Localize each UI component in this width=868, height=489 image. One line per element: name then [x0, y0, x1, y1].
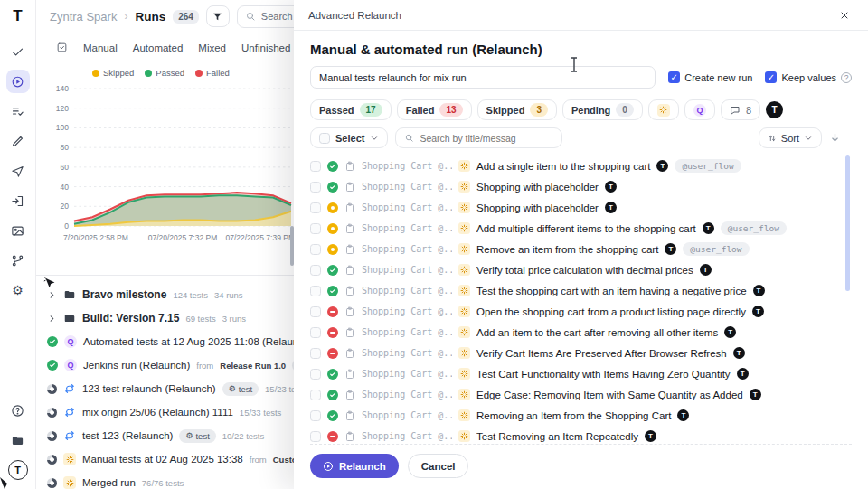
app-root: T ⚙ T Zyntra Spark › Runs 264 ManualAuto…: [0, 0, 868, 489]
breadcrumb-project[interactable]: Zyntra Spark: [50, 10, 117, 24]
test-checkbox[interactable]: [310, 265, 321, 276]
test-checkbox[interactable]: [310, 410, 321, 421]
test-checkbox[interactable]: [310, 244, 321, 255]
test-checkbox[interactable]: [310, 369, 321, 380]
help-icon[interactable]: [6, 399, 30, 422]
test-case-icon: [344, 327, 355, 338]
mixed-run-icon: [63, 382, 76, 395]
test-row[interactable]: Shopping Cart @... Shopping with placeho…: [310, 197, 852, 218]
test-row[interactable]: Shopping Cart @... Test Cart Functionali…: [310, 363, 852, 384]
filter-chip-failed[interactable]: Failed 13: [397, 99, 472, 120]
run-checklist-icon: [56, 42, 68, 53]
test-checkbox[interactable]: [310, 202, 321, 213]
tab-automated[interactable]: Automated: [133, 42, 184, 53]
status-skipped-icon: [327, 202, 338, 213]
test-row[interactable]: Shopping Cart @... Add multiple differen…: [310, 218, 852, 239]
test-title: Test Cart Functionality with Items Havin…: [476, 369, 731, 380]
test-checkbox[interactable]: [310, 306, 321, 317]
modal-scrollbar-thumb[interactable]: [845, 155, 850, 291]
test-row[interactable]: Shopping Cart @... Removing an Item from…: [310, 405, 852, 426]
chevron-right-icon[interactable]: [47, 290, 57, 300]
tab-mixed[interactable]: Mixed: [198, 42, 226, 53]
user-avatar[interactable]: T: [6, 458, 30, 482]
filter-chip-manual[interactable]: [648, 99, 679, 120]
test-case-path: Shopping Cart @...: [362, 306, 452, 316]
test-row[interactable]: Shopping Cart @... Edge Case: Removing I…: [310, 384, 852, 405]
runs-icon[interactable]: [6, 70, 30, 93]
manual-run-icon: [458, 347, 470, 359]
test-row[interactable]: Shopping Cart @... Add a single item to …: [310, 155, 852, 176]
test-case-path: Shopping Cart @...: [362, 369, 452, 379]
test-row[interactable]: Shopping Cart @... Open the shopping car…: [310, 301, 852, 322]
sort-direction-icon[interactable]: [829, 132, 841, 144]
test-checkbox[interactable]: [310, 348, 321, 359]
projects-icon[interactable]: [6, 428, 30, 452]
test-case-path: Shopping Cart @...: [362, 161, 452, 171]
help-icon[interactable]: ?: [841, 72, 852, 83]
settings-icon[interactable]: ⚙: [6, 278, 30, 302]
pen-icon[interactable]: [6, 129, 30, 153]
modal-heading: Manual & automated run (Relaunch): [310, 42, 852, 57]
run-title: mix origin 25/06 (Relaunch) 1111: [82, 407, 233, 418]
test-row[interactable]: Shopping Cart @... Verify total price ca…: [310, 259, 852, 280]
tab-unfinished[interactable]: Unfinished: [241, 42, 290, 53]
reports-icon[interactable]: [6, 219, 30, 242]
tests-search-input[interactable]: [420, 133, 546, 144]
relaunch-button[interactable]: Relaunch: [310, 454, 399, 478]
assignee-avatar: T: [656, 160, 668, 172]
tab-manual[interactable]: Manual: [83, 42, 118, 53]
test-row[interactable]: Shopping Cart @... Remove an item from t…: [310, 239, 852, 259]
assignee-avatar[interactable]: T: [766, 101, 783, 118]
test-checkbox[interactable]: [310, 286, 321, 296]
send-icon[interactable]: [6, 159, 30, 183]
filter-chip-passed[interactable]: Passed 17: [310, 99, 392, 120]
manual-run-icon: [458, 202, 470, 213]
test-row[interactable]: Shopping Cart @... Verify Cart Items Are…: [310, 343, 852, 363]
test-case-path: Shopping Cart @...: [362, 244, 452, 254]
test-case-path: Shopping Cart @...: [362, 265, 452, 275]
test-row[interactable]: Shopping Cart @... Test Removing an Item…: [310, 426, 852, 444]
test-case-icon: [344, 390, 355, 400]
sort-label: Sort: [781, 133, 799, 144]
test-cases-icon[interactable]: [6, 99, 30, 123]
import-icon[interactable]: [6, 189, 30, 212]
filter-button[interactable]: [206, 5, 230, 27]
checked-checkbox-icon[interactable]: ✓: [668, 71, 680, 83]
close-icon[interactable]: [839, 10, 850, 21]
test-checkbox[interactable]: [310, 223, 321, 234]
filter-count-badge: 17: [360, 103, 382, 117]
test-case-path: Shopping Cart @...: [362, 410, 452, 420]
checkbox-create-new-run[interactable]: ✓ Create new run: [668, 71, 752, 83]
test-row[interactable]: Shopping Cart @... Test the shopping car…: [310, 280, 852, 301]
test-case-path: Shopping Cart @...: [362, 327, 452, 337]
chevron-down-icon: [370, 134, 379, 143]
chevron-right-icon[interactable]: [47, 314, 57, 324]
run-title: Automated tests at 12 Aug 2025 11:08 (Re…: [83, 336, 313, 347]
run-name-input[interactable]: [310, 66, 656, 89]
checkbox-keep-values[interactable]: ✓ Keep values ?: [765, 71, 852, 83]
test-row[interactable]: Shopping Cart @... Shopping with placeho…: [310, 176, 852, 197]
branch-icon[interactable]: [6, 249, 30, 272]
test-checkbox[interactable]: [310, 431, 321, 442]
filter-chip-automated[interactable]: Q: [684, 99, 715, 120]
svg-text:07/20/2025 7:32 PM: 07/20/2025 7:32 PM: [148, 233, 218, 242]
test-checkbox[interactable]: [310, 182, 321, 193]
test-checkbox[interactable]: [310, 390, 321, 400]
check-icon[interactable]: [6, 40, 30, 63]
select-all-checkbox[interactable]: [319, 133, 330, 144]
breadcrumb-page[interactable]: Runs: [135, 10, 165, 24]
filter-chip-skipped[interactable]: Skipped 3: [477, 99, 557, 120]
test-checkbox[interactable]: [310, 327, 321, 338]
status-failed-icon: [327, 327, 338, 338]
run-title: Merged run: [82, 477, 136, 488]
checked-checkbox-icon[interactable]: ✓: [765, 71, 777, 83]
sort-dropdown[interactable]: Sort: [759, 127, 822, 148]
filter-chip-comments[interactable]: 8: [721, 99, 760, 120]
svg-text:120: 120: [56, 104, 69, 113]
test-checkbox[interactable]: [310, 161, 321, 172]
test-row[interactable]: Shopping Cart @... Add an item to the ca…: [310, 322, 852, 343]
tests-search[interactable]: [395, 127, 562, 148]
filter-chip-pending[interactable]: Pending 0: [562, 99, 643, 120]
select-dropdown[interactable]: Select: [310, 127, 388, 148]
cancel-button[interactable]: Cancel: [408, 454, 469, 478]
